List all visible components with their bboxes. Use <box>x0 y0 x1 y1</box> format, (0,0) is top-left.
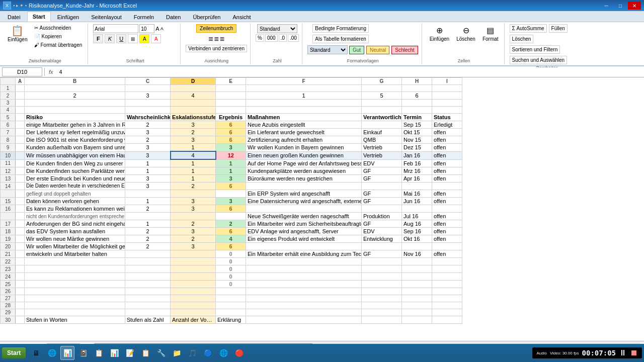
cell-h8[interactable]: Nov 15 <box>402 136 432 144</box>
start-button[interactable]: Start <box>2 347 26 358</box>
cell-b6[interactable]: einige Mitarbeiter gehen in 3 Jahren in … <box>25 121 125 129</box>
cell-b23[interactable] <box>25 265 125 273</box>
taskbar-excel-app-btn[interactable]: 📊 <box>60 346 74 360</box>
cell-g16[interactable] <box>362 205 402 213</box>
row-num-29[interactable]: 29 <box>1 309 16 316</box>
cell-b8[interactable]: Die ISO 9001 ist eine Kundenforderung wi… <box>25 136 125 144</box>
cell-g8[interactable]: QMB <box>362 136 402 144</box>
cell-c26[interactable] <box>125 288 171 295</box>
cell-f13[interactable]: Büroräume werden neu gestrichen <box>246 175 362 183</box>
cell-h27[interactable] <box>402 295 432 302</box>
cell-e29[interactable] <box>216 309 246 316</box>
cell-e24[interactable]: 0 <box>216 273 246 281</box>
cell-h26[interactable] <box>402 288 432 295</box>
cell-a9[interactable] <box>16 144 25 152</box>
cell-g6[interactable] <box>362 121 402 129</box>
cell-f29[interactable] <box>246 309 362 316</box>
cell-g23[interactable] <box>362 265 402 273</box>
cell-i25[interactable] <box>432 281 462 288</box>
row-num-23[interactable]: 23 <box>1 265 16 273</box>
row-num-19[interactable]: 19 <box>1 235 16 243</box>
cell-i16b[interactable]: offen <box>432 213 462 220</box>
cell-i19[interactable]: offen <box>432 235 462 243</box>
cell-g14b[interactable]: GF <box>362 190 402 198</box>
align-center-button[interactable]: ≡ <box>214 35 219 44</box>
cell-c11[interactable]: 1 <box>125 159 171 167</box>
cell-i20[interactable] <box>432 243 462 250</box>
cell-f9[interactable]: Wir wollen Kunden in Bayern gewinnen <box>246 144 362 152</box>
cell-d28[interactable] <box>171 302 216 309</box>
close-button[interactable]: ✕ <box>628 2 641 10</box>
cell-i9[interactable]: offen <box>432 144 462 152</box>
font-color-button[interactable]: A <box>151 34 161 43</box>
cell-a1[interactable] <box>16 85 25 92</box>
as-table-button[interactable]: Als Tabelle formatieren <box>312 35 369 43</box>
cell-e25[interactable]: 0 <box>216 281 246 288</box>
sort-filter-button[interactable]: Sortieren und Filtern <box>510 45 560 54</box>
cell-e3[interactable] <box>216 100 246 107</box>
row-num-30[interactable]: 30 <box>1 316 16 324</box>
cell-d22[interactable] <box>171 258 216 265</box>
cell-h14[interactable] <box>402 183 432 190</box>
cell-c20[interactable]: 2 <box>125 243 171 250</box>
taskbar-powerpoint-btn[interactable]: 📋 <box>92 346 106 360</box>
cell-f22[interactable] <box>246 258 362 265</box>
format-cells-button[interactable]: ▤ Format <box>480 24 501 43</box>
cell-c5[interactable]: Wahrscheinlichkeit <box>125 114 171 121</box>
row-num-6[interactable]: 6 <box>1 121 16 129</box>
cell-c17[interactable]: 1 <box>125 220 171 228</box>
cell-f7[interactable]: Ein Lieferant wurde gewechselt <box>246 129 362 136</box>
cell-d21[interactable] <box>171 250 216 258</box>
row-num-13[interactable]: 13 <box>1 175 16 183</box>
cell-g13[interactable]: GF <box>362 175 402 183</box>
cell-c24[interactable] <box>125 273 171 281</box>
name-box[interactable] <box>2 67 42 76</box>
font-size-input[interactable] <box>139 24 154 33</box>
taskbar-media-btn[interactable]: 🎵 <box>185 346 199 360</box>
cell-h23[interactable] <box>402 265 432 273</box>
cell-b2[interactable]: 2 <box>25 92 125 100</box>
cell-i3[interactable] <box>432 100 462 107</box>
cell-a8[interactable] <box>16 136 25 144</box>
row-num-22[interactable]: 22 <box>1 258 16 265</box>
cell-i13[interactable]: offen <box>432 175 462 183</box>
taskbar-browser-btn[interactable]: 🖥 <box>29 346 43 360</box>
cell-e16[interactable]: 6 <box>216 205 246 213</box>
taskbar-folder-btn[interactable]: 📁 <box>170 346 184 360</box>
cell-g28[interactable] <box>362 302 402 309</box>
cell-d14b[interactable] <box>171 190 216 198</box>
cell-d11[interactable]: 1 <box>171 159 216 167</box>
cell-a22[interactable] <box>16 258 25 265</box>
taskbar-onenote-btn[interactable]: 📓 <box>76 346 90 360</box>
cell-b4[interactable] <box>25 107 125 114</box>
tab-daten[interactable]: Daten <box>160 12 186 22</box>
cell-h21[interactable]: Nov 16 <box>402 250 432 258</box>
fill-color-button[interactable]: A <box>139 34 149 43</box>
cell-g16b[interactable]: Produktion <box>362 213 402 220</box>
cell-e10[interactable]: 12 <box>216 151 246 159</box>
cell-g4[interactable] <box>362 107 402 114</box>
cell-g29[interactable] <box>362 309 402 316</box>
tab-seitenlayout[interactable]: Seitenlayout <box>86 12 127 22</box>
cell-d17[interactable]: 2 <box>171 220 216 228</box>
cell-d26[interactable] <box>171 288 216 295</box>
cell-a16b[interactable] <box>16 213 25 220</box>
row-num-14[interactable]: 14 <box>1 183 16 190</box>
cell-f30[interactable] <box>246 316 362 324</box>
maximize-button[interactable]: □ <box>614 2 627 10</box>
cell-h1[interactable] <box>402 85 432 92</box>
stop-button[interactable]: ⏹ <box>630 348 638 357</box>
cell-d7[interactable]: 2 <box>171 129 216 136</box>
cell-a27[interactable] <box>16 295 25 302</box>
taskbar-chrome-btn[interactable]: 🌐 <box>216 346 230 360</box>
cell-e2[interactable] <box>216 92 246 100</box>
font-name-input[interactable] <box>93 24 138 33</box>
cell-e19[interactable]: 4 <box>216 235 246 243</box>
taskbar-tools-btn[interactable]: 🔧 <box>154 346 168 360</box>
border-button[interactable]: ⊞ <box>128 34 138 43</box>
col-header-h[interactable]: H <box>402 78 432 85</box>
cell-g2[interactable]: 5 <box>362 92 402 100</box>
gut-style[interactable]: Gut <box>349 46 364 54</box>
cell-h5[interactable]: Termin <box>402 114 432 121</box>
taskbar-red-btn[interactable]: 🔴 <box>232 346 246 360</box>
